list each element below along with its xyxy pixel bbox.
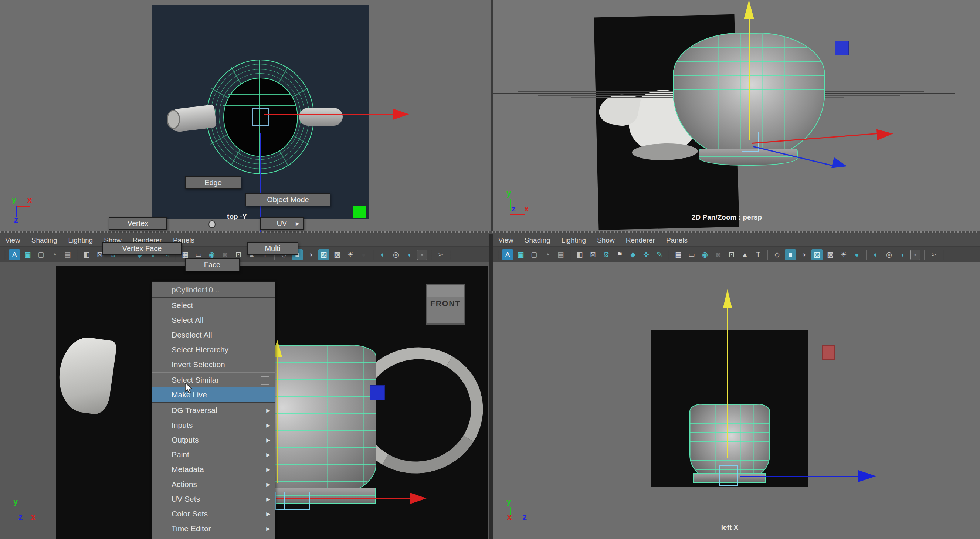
image-planes-icon[interactable]: ▤ xyxy=(62,249,73,260)
select-similar-checkbox[interactable] xyxy=(261,376,269,385)
x-axis-manipulator-arrow[interactable] xyxy=(877,128,894,140)
gate-mask-icon[interactable]: ▢ xyxy=(529,249,540,260)
translate-manipulator-center-handle[interactable] xyxy=(719,465,738,486)
use-default-material-icon[interactable]: ▩ xyxy=(332,249,343,260)
attribute-book-icon[interactable]: A xyxy=(502,249,513,260)
lights-icon[interactable]: ☀ xyxy=(838,249,849,260)
context-menu-item-invert-selection[interactable]: Invert Selection xyxy=(152,357,275,372)
motion-blur-icon[interactable]: ◎ xyxy=(883,249,895,260)
context-menu-item-paint[interactable]: Paint▶ xyxy=(152,447,275,462)
field-chart-icon[interactable]: ◔ xyxy=(542,249,553,260)
menu-lighting[interactable]: Lighting xyxy=(562,236,586,244)
gate-mask-dark-icon[interactable]: ◙ xyxy=(713,249,724,260)
x-axis-manipulator-arrow[interactable] xyxy=(410,493,426,504)
menu-view[interactable]: View xyxy=(498,236,514,244)
ssao-icon[interactable]: ◐ xyxy=(870,249,881,260)
shadows-icon[interactable]: ● xyxy=(358,249,369,260)
context-menu-item-select-hierarchy[interactable]: Select Hierarchy xyxy=(152,342,275,357)
context-menu-item-outputs[interactable]: Outputs▶ xyxy=(152,432,275,447)
x-axis-manipulator-arrow[interactable] xyxy=(393,109,409,120)
y-axis-manipulator-arrow[interactable] xyxy=(744,0,754,19)
motion-blur-icon[interactable]: ◎ xyxy=(390,249,401,260)
exposure-icon[interactable]: ▪ xyxy=(417,250,427,260)
menu-view[interactable]: View xyxy=(5,236,20,244)
translate-manipulator-center-handle[interactable] xyxy=(741,132,759,151)
isolate-select-icon[interactable]: ➢ xyxy=(435,249,446,260)
context-menu-item-uv-sets[interactable]: UV Sets▶ xyxy=(152,492,275,506)
marking-menu-item-edge[interactable]: Edge xyxy=(185,176,242,189)
grid-icon[interactable]: ▦ xyxy=(673,249,684,260)
pane-divider-horizontal[interactable] xyxy=(0,231,980,232)
film-gate-icon[interactable]: ▭ xyxy=(686,249,697,260)
ssao-icon[interactable]: ◐ xyxy=(377,249,388,260)
context-menu-item-select-all[interactable]: Select All xyxy=(152,313,275,328)
safe-title-icon[interactable]: T xyxy=(752,249,764,260)
x-axis-manipulator-line[interactable] xyxy=(264,114,393,115)
textured-icon[interactable]: ▨ xyxy=(811,249,822,260)
menu-show[interactable]: Show xyxy=(597,236,615,244)
marking-menu-item-multi[interactable]: Multi xyxy=(247,242,298,255)
bookmarks-icon[interactable]: ⚑ xyxy=(614,249,625,260)
context-menu-item-select[interactable]: Select xyxy=(152,298,275,313)
y-axis-manipulator-line[interactable] xyxy=(277,356,278,483)
translate-manipulator-center-handle[interactable] xyxy=(275,492,310,510)
isolate-select-icon[interactable]: ➢ xyxy=(928,249,939,260)
z-axis-manipulator-arrow[interactable] xyxy=(831,157,848,172)
context-menu-item-select-similar[interactable]: Select Similar xyxy=(152,373,275,388)
wireframe-cube-icon[interactable]: ◇ xyxy=(772,249,783,260)
wireframe-on-shaded-icon[interactable]: ◑ xyxy=(305,249,316,260)
context-menu-item-inputs[interactable]: Inputs▶ xyxy=(152,418,275,432)
anti-aliasing-icon[interactable]: ◖ xyxy=(897,249,908,260)
grease-pencil-icon[interactable]: ✎ xyxy=(654,249,665,260)
smooth-shade-icon[interactable]: ■ xyxy=(785,249,796,260)
context-menu-item-color-sets[interactable]: Color Sets▶ xyxy=(152,506,275,521)
marking-menu-item-vertex-face[interactable]: Vertex Face xyxy=(102,242,181,255)
wireframe-on-shaded-icon[interactable]: ◑ xyxy=(798,249,809,260)
menu-lighting[interactable]: Lighting xyxy=(68,236,93,244)
marking-menu-item-uv[interactable]: UV ▶ xyxy=(260,217,304,230)
shadows-icon[interactable]: ● xyxy=(851,249,862,260)
select-camera-icon[interactable]: ◧ xyxy=(81,249,92,260)
safe-action-icon[interactable]: ▲ xyxy=(739,249,751,260)
marking-menu-item-face[interactable]: Face xyxy=(185,258,240,271)
lock-camera-icon[interactable]: ⊠ xyxy=(587,249,598,260)
translate-manipulator-center-handle[interactable] xyxy=(253,108,269,126)
menu-renderer[interactable]: Renderer xyxy=(626,236,655,244)
lights-icon[interactable]: ☀ xyxy=(345,249,356,260)
z-axis-manipulator-line[interactable] xyxy=(740,476,859,477)
viewport-left[interactable]: y x z left X xyxy=(493,262,980,539)
menu-panels[interactable]: Panels xyxy=(666,236,687,244)
context-menu-item-dg-traversal[interactable]: DG Traversal▶ xyxy=(152,403,275,418)
image-plane-icon[interactable]: ◆ xyxy=(627,249,638,260)
field-chart-icon[interactable]: ◔ xyxy=(49,249,60,260)
y-axis-manipulator-line[interactable] xyxy=(749,19,750,140)
z-axis-manipulator-arrow[interactable] xyxy=(858,470,876,482)
marking-menu-item-vertex[interactable]: Vertex xyxy=(109,217,167,230)
film-gate-frame-icon[interactable]: ▣ xyxy=(515,249,527,260)
select-camera-icon[interactable]: ◧ xyxy=(574,249,585,260)
context-menu-item-metadata[interactable]: Metadata▶ xyxy=(152,462,275,477)
resolution-gate-icon[interactable]: ◉ xyxy=(699,249,711,260)
anti-aliasing-icon[interactable]: ◖ xyxy=(404,249,415,260)
viewport-persp[interactable]: y z x 2D Pan/Zoom : persp xyxy=(493,0,980,231)
y-axis-manipulator-line[interactable] xyxy=(727,308,728,458)
exposure-icon[interactable]: ▪ xyxy=(910,250,921,260)
menu-shading[interactable]: Shading xyxy=(525,236,550,244)
attribute-book-icon[interactable]: A xyxy=(9,249,20,260)
context-menu-item-time-editor[interactable]: Time Editor▶ xyxy=(152,521,275,536)
film-gate-frame-icon[interactable]: ▣ xyxy=(22,249,33,260)
camera-attributes-icon[interactable]: ⚙ xyxy=(601,249,612,260)
y-axis-manipulator-arrow[interactable] xyxy=(723,289,732,308)
pan-zoom-icon[interactable]: ✜ xyxy=(641,249,652,260)
marking-menu-item-object-mode[interactable]: Object Mode xyxy=(245,193,331,206)
textured-icon[interactable]: ▨ xyxy=(318,249,329,260)
context-menu-item-actions[interactable]: Actions▶ xyxy=(152,477,275,492)
pane-divider-vertical-top[interactable] xyxy=(491,0,493,231)
image-planes-icon[interactable]: ▤ xyxy=(555,249,566,260)
field-chart-box-icon[interactable]: ⊡ xyxy=(726,249,737,260)
pane-divider-vertical-bottom[interactable] xyxy=(489,234,493,539)
gate-mask-icon[interactable]: ▢ xyxy=(35,249,46,260)
context-menu-item-deselect-all[interactable]: Deselect All xyxy=(152,328,275,342)
menu-shading[interactable]: Shading xyxy=(32,236,57,244)
context-menu-item-make-live[interactable]: Make Live xyxy=(152,388,275,402)
